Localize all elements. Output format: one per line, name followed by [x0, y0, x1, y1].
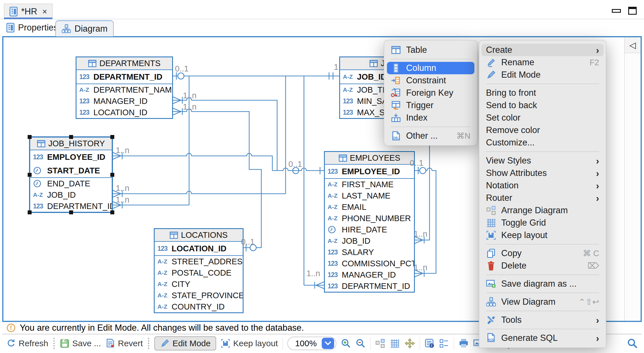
- column-row-postal_code[interactable]: A-ZPOSTAL_CODE: [155, 267, 243, 278]
- menu-item-foreign-key[interactable]: Foreign Key: [384, 87, 477, 99]
- arrange-diagram-button[interactable]: [375, 338, 385, 348]
- column-row-manager_id[interactable]: 123MANAGER_ID: [325, 269, 414, 280]
- column-row-first_name[interactable]: A-ZFIRST_NAME: [325, 179, 414, 190]
- menu-item-arrange-diagram[interactable]: Arrange Diagram: [479, 204, 606, 217]
- column-row-commission_pct[interactable]: 123COMMISSION_PCT: [325, 258, 414, 269]
- column-name: END_DATE: [47, 179, 90, 188]
- entity-job_history[interactable]: JOB_HISTORY123EMPLOYEE_IDSTART_DATEEND_D…: [29, 136, 113, 213]
- column-row-hire_date[interactable]: HIRE_DATE: [325, 224, 414, 235]
- menu-item-remove-color[interactable]: Remove color: [479, 124, 606, 136]
- column-row-department_id[interactable]: 123DEPARTMENT_ID: [325, 280, 414, 292]
- menu-item-index[interactable]: Index: [384, 112, 477, 124]
- menu-item-trigger[interactable]: Trigger: [384, 99, 477, 112]
- menu-item-set-color[interactable]: Set color: [479, 112, 606, 124]
- entity-header[interactable]: JOB_HISTORY: [30, 138, 112, 150]
- keep-layout-icon: [221, 339, 230, 348]
- refresh-button[interactable]: Refresh: [6, 339, 48, 348]
- column-name: PHONE_NUMBER: [342, 214, 411, 223]
- keep-layout-button[interactable]: Keep layout: [221, 339, 278, 348]
- save-image-icon: [486, 279, 501, 289]
- menu-item-send-to-back[interactable]: Send to back: [479, 99, 606, 112]
- menu-item-label: Keep layout: [501, 230, 547, 240]
- column-row-job_id[interactable]: A-ZJOB_ID: [325, 235, 414, 247]
- column-row-salary[interactable]: 123SALARY: [325, 247, 414, 258]
- print-button[interactable]: [459, 338, 469, 348]
- zoom-out-button[interactable]: [356, 338, 366, 348]
- column-row-employee_id[interactable]: 123EMPLOYEE_ID: [30, 150, 112, 164]
- entity-header[interactable]: DEPARTMENTS: [76, 57, 172, 70]
- column-row-job_id[interactable]: A-ZJOB_ID: [30, 189, 112, 201]
- menu-item-customize[interactable]: Customize...: [479, 136, 606, 149]
- zoom-level-select[interactable]: 100%: [287, 337, 337, 350]
- menu-item-column[interactable]: Column: [387, 62, 474, 74]
- tab-diagram[interactable]: Diagram: [55, 20, 114, 36]
- menu-item-router[interactable]: Router›: [479, 192, 606, 204]
- selection-handle[interactable]: [28, 210, 32, 214]
- selection-handle[interactable]: [28, 173, 32, 177]
- column-row-manager_id[interactable]: 123MANAGER_ID: [76, 95, 172, 107]
- menu-item-toggle-grid[interactable]: Toggle Grid: [479, 217, 606, 229]
- editor-tab-hr[interactable]: *HR ×: [4, 4, 52, 19]
- menu-item-keep-layout[interactable]: Keep layout: [479, 229, 606, 241]
- menu-item-bring-to-front[interactable]: Bring to front: [479, 87, 606, 99]
- menu-item-constraint[interactable]: Constraint: [384, 74, 477, 87]
- column-row-state_province[interactable]: A-ZSTATE_PROVINCE: [155, 290, 243, 301]
- selection-handle[interactable]: [28, 135, 32, 139]
- collapse-palette-button[interactable]: ◁: [625, 37, 641, 53]
- chevron-down-icon[interactable]: [322, 338, 334, 349]
- column-row-location_id[interactable]: 123LOCATION_ID: [76, 107, 172, 118]
- menu-item-tools[interactable]: Tools›: [479, 314, 606, 326]
- menu-item-edit-mode[interactable]: Edit Mode: [479, 69, 606, 81]
- column-row-start_date[interactable]: START_DATE: [30, 164, 112, 177]
- column-row-department_name[interactable]: A-ZDEPARTMENT_NAME: [76, 84, 172, 95]
- entity-locations[interactable]: LOCATIONS123LOCATION_IDA-ZSTREET_ADDRESS…: [154, 228, 244, 313]
- column-row-city[interactable]: A-ZCITY: [155, 278, 243, 290]
- entity-departments[interactable]: DEPARTMENTS123DEPARTMENT_IDA-ZDEPARTMENT…: [76, 56, 173, 119]
- menu-item-show-attributes[interactable]: Show Attributes›: [479, 167, 606, 179]
- menu-item-rename[interactable]: RenameF2: [479, 56, 606, 69]
- selection-handle[interactable]: [69, 210, 73, 214]
- column-row-end_date[interactable]: END_DATE: [30, 178, 112, 189]
- selection-handle[interactable]: [110, 210, 114, 214]
- tab-properties[interactable]: Properties: [6, 19, 58, 36]
- menu-item-table[interactable]: Table: [384, 44, 477, 56]
- menu-item-view-diagram[interactable]: View Diagram⌃⇧↩: [479, 296, 606, 308]
- close-icon[interactable]: ×: [42, 7, 47, 16]
- column-row-department_id[interactable]: 123DEPARTMENT_ID: [30, 201, 112, 212]
- menu-item-other[interactable]: OBJOther ...⌘N: [384, 130, 477, 142]
- entity-employees[interactable]: EMPLOYEES123EMPLOYEE_IDA-ZFIRST_NAMEA-ZL…: [324, 151, 415, 293]
- column-row-location_id[interactable]: 123LOCATION_ID: [155, 242, 243, 255]
- menu-item-delete[interactable]: Delete⌦: [479, 260, 606, 272]
- column-row-employee_id[interactable]: 123EMPLOYEE_ID: [325, 165, 414, 178]
- save-button[interactable]: Save ...: [60, 339, 101, 348]
- entity-header[interactable]: LOCATIONS: [155, 229, 243, 242]
- menu-item-notation[interactable]: Notation›: [479, 179, 606, 192]
- diagram-info-button[interactable]: i: [424, 338, 435, 348]
- delete-icon: [486, 261, 501, 271]
- selection-handle[interactable]: [110, 173, 114, 177]
- column-row-country_id[interactable]: A-ZCOUNTRY_ID: [155, 301, 243, 312]
- menu-item-create[interactable]: Create›: [481, 44, 604, 56]
- selection-handle[interactable]: [110, 135, 114, 139]
- zoom-in-button[interactable]: [341, 338, 351, 348]
- minimize-icon[interactable]: [612, 9, 621, 13]
- show-attributes-button[interactable]: [439, 338, 449, 348]
- column-row-department_id[interactable]: 123DEPARTMENT_ID: [76, 70, 172, 84]
- column-name: DEPARTMENT_ID: [342, 282, 410, 291]
- selection-handle[interactable]: [69, 135, 73, 139]
- search-button[interactable]: [627, 338, 638, 349]
- menu-item-save-diagram-as[interactable]: Save diagram as ...: [479, 278, 606, 290]
- column-row-phone_number[interactable]: A-ZPHONE_NUMBER: [325, 213, 414, 224]
- revert-button[interactable]: Revert: [106, 339, 143, 348]
- pan-move-button[interactable]: [404, 338, 415, 349]
- toggle-grid-button[interactable]: [390, 338, 400, 348]
- column-row-street_address[interactable]: A-ZSTREET_ADDRESS: [155, 256, 243, 267]
- menu-item-view-styles[interactable]: View Styles›: [479, 154, 606, 167]
- menu-item-generate-sql[interactable]: SQLGenerate SQL›: [479, 332, 606, 344]
- column-row-email[interactable]: A-ZEMAIL: [325, 201, 414, 213]
- column-row-last_name[interactable]: A-ZLAST_NAME: [325, 190, 414, 201]
- entity-header[interactable]: EMPLOYEES: [325, 152, 414, 165]
- maximize-icon[interactable]: [628, 7, 637, 15]
- menu-item-copy[interactable]: Copy⌘ C: [479, 247, 606, 260]
- edit-mode-toggle[interactable]: Edit Mode: [154, 336, 216, 350]
